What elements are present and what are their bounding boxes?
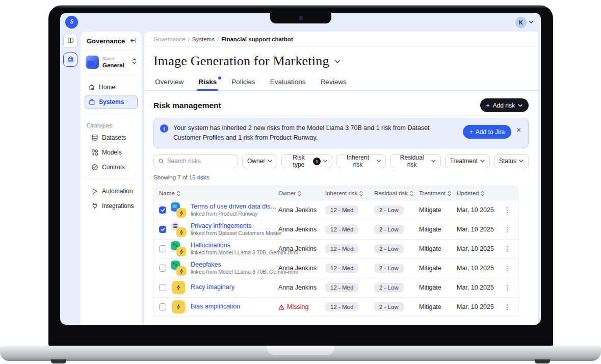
row-checkbox[interactable] xyxy=(159,245,166,252)
search-icon xyxy=(159,158,164,164)
row-checkbox[interactable] xyxy=(159,226,166,233)
treatment-cell: Mitigate xyxy=(419,303,457,310)
add-risk-button[interactable]: + Add risk xyxy=(480,98,529,112)
inherent-risk-badge: 12 - Med xyxy=(325,244,358,253)
left-rail xyxy=(60,32,81,325)
systems-icon xyxy=(88,98,95,106)
row-menu-button[interactable]: ⋮ xyxy=(502,206,513,214)
residual-risk-badge: 2 - Low xyxy=(374,244,404,253)
risk-linked-from: linked from Model LLama 3 70B, Gemini-mi… xyxy=(191,249,278,256)
updated-cell: Mar, 10 2025 xyxy=(457,245,502,252)
lightning-icon xyxy=(172,300,185,314)
risk-name-link[interactable]: Deepfakes xyxy=(191,261,278,269)
sort-icon xyxy=(177,191,180,196)
sidebar-item-controls[interactable]: Controls xyxy=(88,160,138,174)
column-inherent-risk[interactable]: Inherent risk xyxy=(325,190,374,196)
add-to-jira-button[interactable]: + Add to Jira xyxy=(463,125,511,139)
inherent-risk-badge: 12 - Med xyxy=(325,264,358,273)
inherent-risk-badge: 12 - Med xyxy=(325,302,358,311)
column-owner[interactable]: Owner xyxy=(278,190,325,196)
plus-icon: + xyxy=(469,128,473,136)
treatment-cell: Mitigate xyxy=(419,206,457,214)
risk-icon xyxy=(171,261,186,276)
updated-cell: Mar, 10 2025 xyxy=(457,303,502,310)
banner-text: Your system has inherited 2 new risks fr… xyxy=(173,123,458,143)
sort-icon xyxy=(359,191,363,196)
space-switcher[interactable]: Space General xyxy=(85,50,138,75)
row-menu-button[interactable]: ⋮ xyxy=(502,226,513,233)
column-updated[interactable]: Updated xyxy=(457,190,502,196)
updated-cell: Mar, 10 2025 xyxy=(457,265,502,272)
row-menu-button[interactable]: ⋮ xyxy=(502,303,513,310)
row-checkbox[interactable] xyxy=(159,206,166,214)
owner-cell: Anna Jenkins xyxy=(278,206,325,214)
plus-icon: + xyxy=(486,102,490,109)
notification-dot xyxy=(218,76,221,80)
treatment-cell: Mitigate xyxy=(419,284,457,291)
controls-icon xyxy=(91,164,98,171)
avatar[interactable]: K xyxy=(515,17,527,28)
risk-name-link[interactable]: Bias amplification xyxy=(191,303,240,311)
updated-cell: Mar, 10 2025 xyxy=(457,206,502,214)
sidebar-item-models[interactable]: Models xyxy=(88,145,138,160)
sidebar-item-datasets[interactable]: Datasets xyxy=(88,131,138,145)
filter-risk-type[interactable]: Risk type1 xyxy=(281,154,332,168)
filter-status[interactable]: Status xyxy=(494,154,529,168)
row-menu-button[interactable]: ⋮ xyxy=(502,284,513,291)
sidebar-item-systems[interactable]: Systems xyxy=(85,95,138,109)
laptop-mockup: K Governance xyxy=(0,0,601,364)
row-checkbox[interactable] xyxy=(159,265,166,272)
tab-evaluations[interactable]: Evaluations xyxy=(270,76,306,90)
datasets-icon xyxy=(91,134,98,141)
risk-name-link[interactable]: Privacy infringements xyxy=(191,222,278,230)
screen: K Governance xyxy=(60,13,541,325)
column-treatment[interactable]: Treatment xyxy=(419,190,457,196)
breadcrumb-governance[interactable]: Governance xyxy=(153,36,186,42)
filter-inherent-risk[interactable]: Inherent risk xyxy=(336,154,386,168)
laptop-notch xyxy=(270,13,331,23)
docs-rail-button[interactable] xyxy=(63,34,77,48)
risk-name-link[interactable]: Racy imaginary xyxy=(191,283,234,292)
lightning-icon xyxy=(176,227,186,237)
column-residual-risk[interactable]: Residual risk xyxy=(374,190,419,196)
tab-overview[interactable]: Overview xyxy=(154,76,184,90)
filter-treatment[interactable]: Treatment xyxy=(445,154,490,168)
row-checkbox[interactable] xyxy=(159,284,166,291)
title-chevron-icon[interactable] xyxy=(334,57,341,66)
sidebar-item-home[interactable]: Home xyxy=(85,80,138,94)
row-menu-button[interactable]: ⋮ xyxy=(502,245,513,252)
updated-cell: Mar, 10 2025 xyxy=(457,284,502,291)
tab-risks[interactable]: Risks xyxy=(198,76,217,90)
sidebar-item-automation[interactable]: Automation xyxy=(88,184,138,198)
tab-reviews[interactable]: Reviews xyxy=(320,76,347,90)
breadcrumb: Governance / Systems / Financial support… xyxy=(144,32,538,47)
catalogues-section-label: Catalogues xyxy=(85,118,138,130)
column-name[interactable]: Name xyxy=(159,190,278,196)
account-menu[interactable]: K xyxy=(515,17,534,28)
automation-icon xyxy=(91,188,98,195)
filter-residual-risk[interactable]: Residual risk xyxy=(390,154,440,168)
search-input[interactable] xyxy=(167,158,233,165)
risk-icon xyxy=(171,222,186,237)
residual-risk-badge: 2 - Low xyxy=(374,205,404,215)
filter-owner[interactable]: Owner xyxy=(242,154,277,168)
collapse-sidebar-icon[interactable] xyxy=(130,38,137,45)
close-banner-button[interactable]: × xyxy=(516,126,521,134)
search-risks-field[interactable] xyxy=(153,154,238,168)
models-icon xyxy=(91,149,98,156)
sidebar-item-integrations[interactable]: Integrations xyxy=(88,199,138,213)
owner-cell: Missing xyxy=(278,303,325,310)
risk-name-link[interactable]: Hallucinations xyxy=(191,242,278,250)
row-checkbox[interactable] xyxy=(159,303,166,310)
risk-icon xyxy=(171,280,186,295)
tab-policies[interactable]: Policies xyxy=(231,76,256,90)
risk-name-link[interactable]: Terms of use driven data disclosure xyxy=(191,203,278,211)
owner-cell: Anna Jenkins xyxy=(278,265,325,272)
row-menu-button[interactable]: ⋮ xyxy=(502,265,513,272)
governance-rail-button[interactable] xyxy=(63,53,77,67)
breadcrumb-systems[interactable]: Systems xyxy=(192,36,215,42)
app-logo-icon[interactable] xyxy=(65,16,78,29)
tab-bar: Overview Risks Policies Evaluations Revi… xyxy=(144,72,538,91)
lightning-icon xyxy=(176,208,186,218)
risk-linked-from: linked from Product Runway xyxy=(191,211,278,217)
